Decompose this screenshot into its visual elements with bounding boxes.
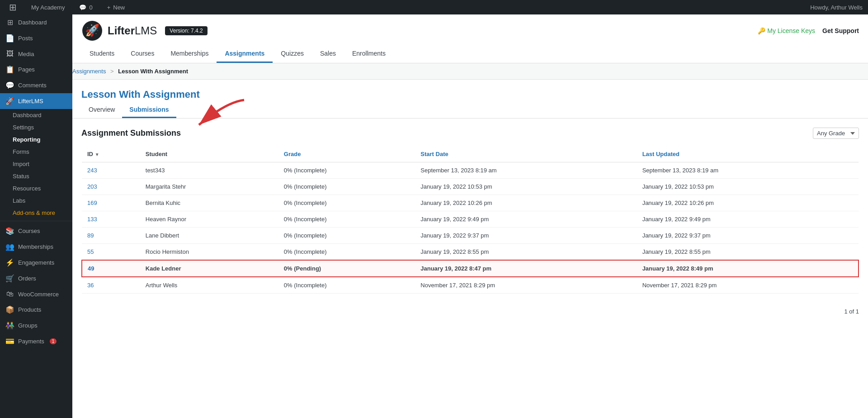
id-link[interactable]: 55 [87,248,94,255]
site-name[interactable]: My Academy [28,0,68,14]
sidebar-sub-dashboard[interactable]: Dashboard [0,109,72,121]
sidebar-item-media[interactable]: 🖼 Media [0,46,72,62]
page-title-area: Lesson With Assignment [72,89,868,100]
sidebar-sub-reporting[interactable]: Reporting [0,133,72,146]
table-row[interactable]: 36Arthur Wells0% (Incomplete)November 17… [82,277,859,294]
submissions-table: ID ▼ Student Grade Start Date Last Updat… [81,146,859,294]
cell-start-date: January 19, 2022 8:47 pm [415,260,637,277]
license-key-link[interactable]: 🔑 My License Keys [758,27,815,34]
lifterlms-title-light: LMS [135,24,157,37]
cell-grade: 0% (Incomplete) [278,228,415,244]
sidebar-item-posts[interactable]: 📄 Posts [0,30,72,46]
sidebar-item-lifterlms[interactable]: 🚀 LifterLMS [0,93,72,109]
sidebar-item-engagements[interactable]: ⚡ Engagements [0,255,72,271]
table-row[interactable]: 49Kade Ledner0% (Pending)January 19, 202… [82,260,859,277]
id-link[interactable]: 133 [87,216,97,223]
sidebar-item-payments[interactable]: 💳 Payments 1 [0,333,72,349]
sort-arrow-id: ▼ [95,152,99,157]
sidebar-label-pages: Pages [18,66,35,73]
comments-item[interactable]: 💬 0 [75,0,96,14]
sidebar-sub-forms[interactable]: Forms [0,146,72,158]
sidebar-sub-addons[interactable]: Add-ons & more [0,207,72,219]
cell-grade: 0% (Incomplete) [278,195,415,211]
table-row[interactable]: 133Heaven Raynor0% (Incomplete)January 1… [82,211,859,228]
main-content: 🚀 LifterLMS Version: 7.4.2 🔑 My License … [72,14,868,418]
woocommerce-icon: 🛍 [5,290,14,298]
cell-grade: 0% (Pending) [278,260,415,277]
cell-last-updated: November 17, 2021 8:29 pm [637,277,859,294]
table-row[interactable]: 169Bernita Kuhic0% (Incomplete)January 1… [82,195,859,211]
sidebar-label-woocommerce: WooCommerce [18,291,59,298]
new-label: New [113,4,125,11]
orders-icon: 🛒 [5,274,14,283]
tab-assignments[interactable]: Assignments [217,45,273,63]
sidebar-sub-status[interactable]: Status [0,170,72,182]
id-link[interactable]: 89 [87,232,94,239]
sidebar-sub-labs[interactable]: Labs [0,195,72,207]
sidebar-item-orders[interactable]: 🛒 Orders [0,271,72,286]
sidebar-sub-settings[interactable]: Settings [0,121,72,133]
sub-tab-submissions[interactable]: Submissions [122,102,176,118]
memberships-icon: 👥 [5,242,14,251]
tab-courses[interactable]: Courses [123,45,162,63]
sidebar-item-pages[interactable]: 📋 Pages [0,62,72,77]
cell-student: Lane Dibbert [140,228,278,244]
cell-student: Arthur Wells [140,277,278,294]
col-grade[interactable]: Grade [278,146,415,162]
table-row[interactable]: 203Margarita Stehr0% (Incomplete)January… [82,179,859,195]
wp-icon: ⊞ [9,2,17,13]
sidebar-item-courses[interactable]: 📚 Courses [0,223,72,239]
license-key-label: My License Keys [767,27,815,34]
cell-id: 89 [82,228,140,244]
pagination-label: 1 of 1 [844,308,859,315]
id-link[interactable]: 203 [87,183,97,190]
sidebar-item-products[interactable]: 📦 Products [0,302,72,318]
sub-tabs: Overview Submissions [72,102,868,119]
breadcrumb-parent[interactable]: Assignments [72,68,106,75]
id-link[interactable]: 49 [88,265,94,272]
table-row[interactable]: 243test3430% (Incomplete)September 13, 2… [82,162,859,179]
cell-grade: 0% (Incomplete) [278,162,415,179]
media-icon: 🖼 [5,50,14,58]
sidebar-sub-import[interactable]: Import [0,158,72,170]
table-row[interactable]: 55Rocio Hermiston0% (Incomplete)January … [82,244,859,261]
comments-icon: 💬 [5,81,14,90]
cell-student: Kade Ledner [140,260,278,277]
sidebar-item-comments[interactable]: 💬 Comments [0,77,72,93]
id-link[interactable]: 36 [87,282,94,289]
tab-enrollments[interactable]: Enrollments [344,45,394,63]
cell-last-updated: September 13, 2023 8:19 am [637,162,859,179]
howdy-text: Howdy, Arthur Wells [810,4,863,11]
col-id[interactable]: ID ▼ [82,146,140,162]
sidebar-item-memberships[interactable]: 👥 Memberships [0,239,72,255]
tab-memberships[interactable]: Memberships [162,45,217,63]
get-support-link[interactable]: Get Support [822,27,859,34]
tab-quizzes[interactable]: Quizzes [273,45,312,63]
cell-id: 49 [82,260,140,277]
engagements-icon: ⚡ [5,258,14,267]
col-last-updated[interactable]: Last Updated [637,146,859,162]
sidebar-item-woocommerce[interactable]: 🛍 WooCommerce [0,286,72,302]
table-row[interactable]: 89Lane Dibbert0% (Incomplete)January 19,… [82,228,859,244]
id-link[interactable]: 243 [87,167,97,174]
cell-id: 36 [82,277,140,294]
sidebar-item-groups[interactable]: 👫 Groups [0,318,72,333]
cell-grade: 0% (Incomplete) [278,179,415,195]
tab-sales[interactable]: Sales [312,45,344,63]
grade-filter-select[interactable]: Any Grade Complete Incomplete Pending [813,128,859,139]
cell-start-date: November 17, 2021 8:29 pm [415,277,637,294]
cell-student: Rocio Hermiston [140,244,278,261]
sidebar-label-groups: Groups [18,322,38,329]
cell-last-updated: January 19, 2022 9:49 pm [637,211,859,228]
col-start-date[interactable]: Start Date [415,146,637,162]
tab-students[interactable]: Students [81,45,123,63]
sidebar-item-dashboard[interactable]: ⊞ Dashboard [0,14,72,30]
col-student: Student [140,146,278,162]
wp-logo[interactable]: ⊞ [5,0,20,14]
id-link[interactable]: 169 [87,200,97,206]
sub-tab-overview[interactable]: Overview [81,102,122,118]
sidebar-sub-resources[interactable]: Resources [0,182,72,195]
sidebar-label-orders: Orders [18,275,36,282]
new-item[interactable]: + New [104,0,129,14]
sidebar-label-engagements: Engagements [18,259,54,266]
